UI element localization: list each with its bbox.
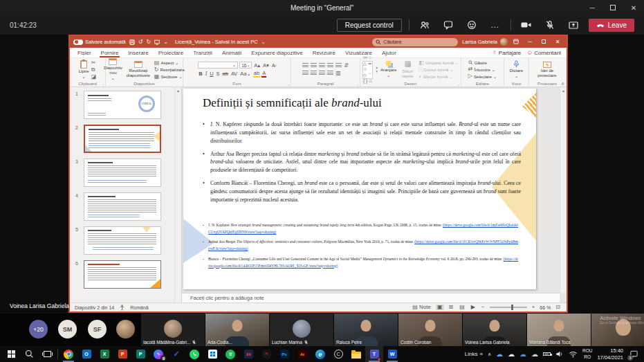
- taskbar-outlook[interactable]: O: [77, 346, 95, 362]
- taskbar-word[interactable]: W: [383, 346, 401, 362]
- italic-button[interactable]: I: [205, 71, 208, 77]
- shape-fill-button[interactable]: ◧Umplere formă⌄: [418, 60, 459, 66]
- tab-inserare[interactable]: Inserare: [123, 48, 153, 57]
- tab-proiectare[interactable]: Proiectare: [154, 48, 188, 57]
- reading-view-icon[interactable]: ▤: [458, 305, 466, 310]
- undo-icon[interactable]: ↺: [138, 39, 143, 45]
- new-slide-button[interactable]: Diapozitiv nou⌄: [104, 58, 122, 81]
- redo-icon[interactable]: ↻: [147, 39, 151, 45]
- video-tile[interactable]: Luchian Marina: [270, 314, 333, 346]
- taskbar-store[interactable]: [203, 346, 221, 362]
- start-button[interactable]: [2, 346, 20, 362]
- language-switcher[interactable]: ROURO: [582, 348, 592, 360]
- slide-counter[interactable]: Diapozitiv 2 din 14: [75, 305, 114, 310]
- tab-fisier[interactable]: Fișier: [73, 48, 96, 57]
- video-tile[interactable]: Raluca Petre: [334, 314, 398, 346]
- share-button[interactable]: ⇧Partajare: [493, 50, 521, 56]
- font-name-combobox[interactable]: ⌄: [198, 62, 238, 69]
- layout-button[interactable]: ▤Aspect⌄: [154, 60, 185, 66]
- bold-button[interactable]: B: [198, 71, 203, 77]
- thumbnail-slide-6[interactable]: 6: [70, 257, 181, 291]
- overflow-participants-badge[interactable]: +20: [29, 320, 48, 338]
- decrease-indent-icon[interactable]: [319, 63, 325, 69]
- increase-font-icon[interactable]: A▴: [253, 62, 261, 69]
- tray-expand-chevron-icon[interactable]: ∧: [488, 352, 491, 357]
- start-slideshow-icon[interactable]: [154, 39, 160, 45]
- slide-sorter-view-icon[interactable]: ⊞: [448, 305, 455, 310]
- highlight-color-button[interactable]: ab: [253, 70, 260, 78]
- taskbar-powerpoint[interactable]: P: [113, 346, 131, 362]
- taskbar-digi24[interactable]: 24: [239, 346, 257, 362]
- text-shadow-button[interactable]: S: [216, 71, 221, 77]
- maximize-button[interactable]: [602, 0, 623, 15]
- taskbar-illustrator[interactable]: Ai: [293, 346, 311, 362]
- format-painter-icon[interactable]: ◪: [91, 74, 97, 80]
- request-control-button[interactable]: Request control: [337, 19, 402, 32]
- align-center-icon[interactable]: [311, 71, 317, 76]
- slide-footnotes[interactable]: J. N. Kapferer New strategic brand manag…: [203, 222, 518, 273]
- thumbnail-slide-1[interactable]: 1 L'ORÉAL: [70, 87, 181, 121]
- action-center-button[interactable]: 3: [628, 349, 639, 360]
- ribbon-display-options-icon[interactable]: [510, 39, 522, 46]
- slide-title[interactable]: Definiții și semnificații ale brand-ului: [203, 96, 382, 110]
- shape-effects-button[interactable]: ◐Efecte formă⌄: [418, 74, 459, 80]
- taskbar-c-app[interactable]: C: [329, 346, 347, 362]
- notes-pane[interactable]: Faceți clic pentru a adăuga note: [182, 293, 560, 302]
- close-button[interactable]: ✕: [623, 0, 644, 15]
- slide-canvas[interactable]: Definiții și semnificații ale brand-ului…: [183, 89, 536, 289]
- thumbnail-slide-3[interactable]: 3: [70, 155, 181, 189]
- thumbnail-slide-5[interactable]: 5: [70, 223, 181, 257]
- decrease-font-icon[interactable]: A▾: [262, 62, 270, 69]
- taskbar-chrome[interactable]: [59, 346, 77, 362]
- taskbar-netflix[interactable]: N: [257, 346, 275, 362]
- autosave-toggle[interactable]: Salvare automată: [73, 39, 126, 45]
- zoom-slider[interactable]: [490, 307, 527, 308]
- participants-icon[interactable]: [416, 17, 433, 33]
- quick-styles-button[interactable]: Stiluri rapide: [398, 61, 416, 79]
- onedrive-cloud-icon[interactable]: ☁: [519, 351, 526, 358]
- video-tile[interactable]: Mariana Bălană Toca: [527, 314, 591, 346]
- task-view-button[interactable]: [38, 346, 56, 362]
- tab-animatii[interactable]: Animații: [217, 48, 246, 57]
- cloud-icon[interactable]: ☁: [531, 351, 538, 358]
- share-screen-icon[interactable]: [565, 17, 582, 33]
- taskbar-search-button[interactable]: [20, 346, 38, 362]
- text-direction-icon[interactable]: ⇵: [344, 63, 349, 69]
- video-tile[interactable]: Ada-Codia...: [205, 314, 269, 346]
- numbering-icon[interactable]: [311, 63, 317, 69]
- cut-icon[interactable]: ✂: [91, 60, 97, 66]
- zoom-in-icon[interactable]: +: [531, 305, 537, 310]
- onedrive-cloud-icon[interactable]: ☁: [496, 351, 503, 358]
- ppt-maximize-button[interactable]: [538, 39, 549, 45]
- ppt-close-button[interactable]: ✕: [552, 39, 563, 45]
- normal-view-icon[interactable]: ▣: [436, 305, 444, 310]
- leave-button[interactable]: Leave: [589, 19, 634, 32]
- taskbar-messenger[interactable]: ϟ8: [149, 346, 167, 362]
- taskbar-whatsapp[interactable]: [185, 346, 203, 362]
- document-title[interactable]: Licență_Voinea - Salvat în acest PC: [175, 39, 258, 45]
- shapes-gallery[interactable]: ▭ ○ △ ⇒ ☆ ◇ ⌒ { } ✩: [362, 61, 373, 79]
- participant-initials-avatar[interactable]: SF: [88, 320, 107, 338]
- reset-button[interactable]: ↻Reinițializare: [154, 67, 185, 73]
- slideshow-view-icon[interactable]: ▶: [470, 305, 477, 310]
- battery-icon[interactable]: [543, 352, 551, 356]
- thumbnail-slide-4[interactable]: 4: [70, 189, 181, 223]
- taskbar-todo[interactable]: ✓: [167, 346, 185, 362]
- more-options-icon[interactable]: ...: [487, 17, 504, 33]
- columns-icon[interactable]: ▥: [335, 71, 341, 76]
- ppt-minimize-button[interactable]: ─: [524, 39, 535, 45]
- shape-outline-button[interactable]: □Contur formă⌄: [418, 67, 459, 73]
- collapse-ribbon-icon[interactable]: ∧: [561, 81, 564, 87]
- taskbar-file-explorer[interactable]: [347, 346, 365, 362]
- taskbar-clock[interactable]: 15:4017/04/2021: [597, 347, 623, 361]
- arrange-button[interactable]: Aranjare⌄: [380, 61, 396, 78]
- shapes-gallery-scroll[interactable]: ▲ ▼: [375, 66, 378, 73]
- paste-button[interactable]: Lipire⌄: [79, 60, 89, 80]
- language-indicator[interactable]: Română: [130, 305, 148, 310]
- font-color-button[interactable]: A: [261, 70, 266, 78]
- slide-scrollbar[interactable]: ▲: [560, 87, 567, 293]
- tab-tranzitii[interactable]: Tranziții: [188, 48, 217, 57]
- align-left-icon[interactable]: [302, 71, 309, 76]
- underline-button[interactable]: U: [209, 71, 214, 77]
- zoom-slider-thumb[interactable]: [511, 305, 513, 310]
